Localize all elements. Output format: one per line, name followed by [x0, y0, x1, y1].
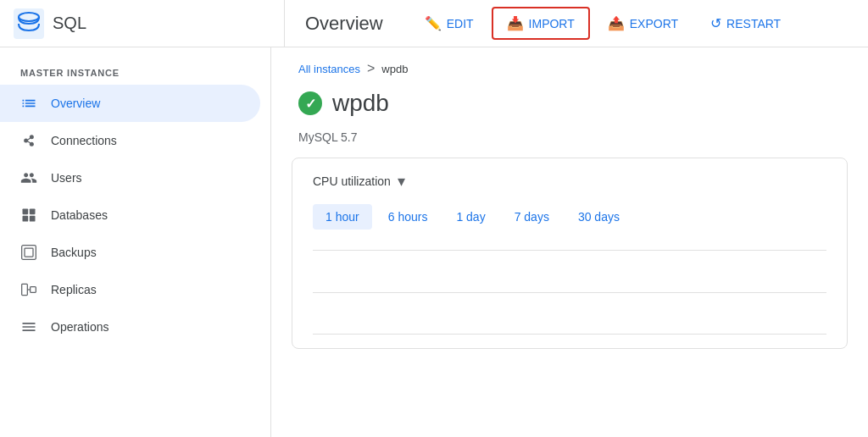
main-content: All instances > wpdb ✓ wpdb MySQL 5.7 CP… [271, 47, 868, 437]
sidebar-item-databases[interactable]: Databases [0, 196, 260, 234]
time-filter-6hours[interactable]: 6 hours [376, 204, 441, 230]
instance-header: ✓ wpdb [271, 83, 868, 130]
top-header: SQL Overview ✏️ EDIT 📥 IMPORT 📤 EXPORT ↺… [0, 0, 868, 47]
instance-name: wpdb [332, 90, 389, 117]
sql-logo-icon [14, 8, 44, 39]
svg-rect-12 [25, 248, 33, 257]
chart-gridline-mid [313, 292, 826, 293]
svg-rect-13 [22, 284, 28, 295]
sidebar-item-replicas[interactable]: Replicas [0, 271, 260, 308]
breadcrumb-current: wpdb [381, 63, 408, 75]
svg-line-6 [28, 141, 31, 143]
sidebar-item-databases-label: Databases [51, 208, 108, 222]
databases-icon [20, 207, 37, 224]
restart-icon: ↺ [710, 15, 721, 31]
sidebar-item-users-label: Users [51, 171, 82, 185]
svg-rect-10 [30, 216, 36, 222]
chart-header: CPU utilization ▾ [313, 172, 826, 191]
chart-title: CPU utilization [313, 174, 391, 188]
users-icon [20, 169, 37, 186]
time-filter-30days[interactable]: 30 days [565, 204, 632, 230]
svg-rect-11 [22, 246, 36, 260]
time-filter-1day[interactable]: 1 day [443, 204, 498, 230]
sidebar: MASTER INSTANCE Overview Connections Use… [0, 47, 271, 437]
svg-rect-7 [23, 209, 29, 215]
sidebar-item-backups-label: Backups [51, 246, 97, 259]
chart-gridline-top [313, 250, 826, 251]
import-button[interactable]: 📥 IMPORT [492, 7, 590, 40]
svg-rect-9 [23, 216, 29, 222]
breadcrumb: All instances > wpdb [271, 47, 868, 83]
breadcrumb-separator: > [367, 61, 375, 76]
sidebar-item-overview-label: Overview [51, 97, 100, 110]
time-filter-1hour[interactable]: 1 hour [313, 204, 372, 230]
app-title: SQL [53, 14, 86, 33]
import-icon: 📥 [507, 15, 524, 31]
edit-icon: ✏️ [425, 15, 442, 31]
logo-area: SQL [14, 0, 285, 47]
sidebar-item-overview[interactable]: Overview [0, 85, 260, 122]
page-title: Overview [305, 13, 383, 35]
sidebar-item-connections[interactable]: Connections [0, 122, 260, 159]
export-icon: 📤 [608, 15, 625, 31]
chart-gridline-bottom [313, 334, 826, 335]
instance-status-icon: ✓ [298, 91, 322, 115]
sidebar-item-operations-label: Operations [51, 320, 108, 334]
time-filter-7days[interactable]: 7 days [502, 204, 562, 230]
operations-icon [20, 318, 37, 335]
header-actions: Overview ✏️ EDIT 📥 IMPORT 📤 EXPORT ↺ RES… [285, 0, 854, 47]
time-filters: 1 hour 6 hours 1 day 7 days 30 days [313, 204, 826, 230]
edit-button[interactable]: ✏️ EDIT [410, 8, 488, 39]
chart-dropdown-icon[interactable]: ▾ [398, 172, 405, 191]
sidebar-item-replicas-label: Replicas [51, 283, 97, 296]
sidebar-item-connections-label: Connections [51, 134, 117, 147]
svg-line-5 [28, 138, 31, 140]
overview-icon [20, 95, 37, 112]
sidebar-item-operations[interactable]: Operations [0, 308, 260, 346]
chart-area [313, 250, 826, 335]
export-button[interactable]: 📤 EXPORT [593, 8, 693, 39]
svg-rect-8 [30, 209, 36, 215]
chart-container: CPU utilization ▾ 1 hour 6 hours 1 day 7… [292, 158, 848, 349]
connections-icon [20, 132, 37, 149]
svg-rect-14 [31, 287, 36, 293]
breadcrumb-all-instances[interactable]: All instances [298, 63, 360, 75]
backups-icon [20, 244, 37, 261]
sidebar-item-users[interactable]: Users [0, 159, 260, 196]
svg-point-2 [24, 139, 28, 143]
main-layout: MASTER INSTANCE Overview Connections Use… [0, 47, 868, 437]
replicas-icon [20, 281, 37, 298]
sidebar-section-title: MASTER INSTANCE [0, 61, 270, 85]
restart-button[interactable]: ↺ RESTART [696, 8, 795, 39]
sidebar-item-backups[interactable]: Backups [0, 234, 260, 271]
instance-version: MySQL 5.7 [271, 130, 868, 144]
